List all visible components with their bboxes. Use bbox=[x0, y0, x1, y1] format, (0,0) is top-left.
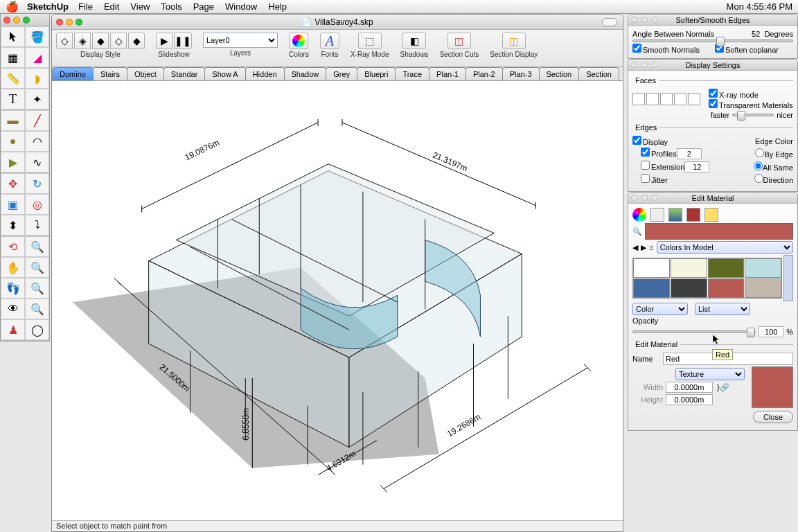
minimize-icon[interactable] bbox=[13, 17, 20, 24]
zoom-icon[interactable] bbox=[76, 19, 82, 26]
position-camera-tool[interactable]: ♟ bbox=[1, 319, 25, 340]
current-color-swatch[interactable] bbox=[645, 223, 793, 240]
followme-tool[interactable]: ⤵ bbox=[25, 215, 49, 236]
look-tool[interactable]: 👁 bbox=[1, 299, 25, 319]
angle-slider[interactable] bbox=[632, 39, 793, 42]
swatch[interactable] bbox=[745, 258, 781, 278]
menu-edit[interactable]: Edit bbox=[104, 1, 119, 12]
swatch[interactable] bbox=[671, 258, 707, 278]
eraser-tool[interactable]: ◢ bbox=[25, 47, 49, 68]
tab-trace[interactable]: Trace bbox=[395, 67, 429, 80]
zoom-icon[interactable] bbox=[652, 195, 658, 201]
axes-tool[interactable]: ✦ bbox=[25, 89, 49, 109]
tab-hidden[interactable]: Hidden bbox=[245, 67, 285, 80]
swatch[interactable] bbox=[633, 278, 670, 298]
polygon-tool[interactable]: ▶ bbox=[1, 152, 25, 172]
opacity-input[interactable] bbox=[759, 326, 783, 337]
opacity-slider[interactable] bbox=[632, 330, 756, 333]
app-name[interactable]: SketchUp bbox=[27, 1, 69, 12]
mat-lib-icon[interactable] bbox=[650, 208, 664, 222]
menu-tools[interactable]: Tools bbox=[161, 1, 181, 12]
zoom-icon[interactable] bbox=[652, 17, 658, 23]
close-button[interactable]: Close bbox=[753, 411, 793, 423]
component-tool[interactable]: ▦ bbox=[1, 47, 25, 68]
tab-section2[interactable]: Section bbox=[578, 67, 619, 80]
tab-blueprint[interactable]: Bluepri bbox=[357, 67, 396, 80]
texture-select[interactable]: Texture bbox=[675, 368, 745, 380]
menu-page[interactable]: Page bbox=[193, 1, 214, 12]
tab-standard[interactable]: Standar bbox=[163, 67, 206, 80]
zoom-icon[interactable] bbox=[652, 62, 658, 68]
freehand-tool[interactable]: ∿ bbox=[25, 152, 49, 172]
face-style-3[interactable] bbox=[660, 93, 673, 105]
colorwheel-icon[interactable] bbox=[632, 208, 646, 222]
byedge-radio[interactable]: By Edge bbox=[755, 148, 793, 159]
rotate-tool[interactable]: ↻ bbox=[25, 173, 49, 194]
transp-check[interactable]: Transparent Materials bbox=[709, 101, 793, 109]
zoom-window-tool[interactable]: 🔍 bbox=[25, 257, 49, 278]
section-cuts-button[interactable]: ◫ bbox=[447, 33, 471, 49]
color-mode-select[interactable]: Color bbox=[632, 303, 688, 315]
minimize-icon[interactable] bbox=[641, 195, 648, 201]
walk-tool[interactable]: 👣 bbox=[1, 278, 25, 299]
offset-tool[interactable]: ◎ bbox=[25, 194, 49, 215]
menu-view[interactable]: View bbox=[130, 1, 150, 12]
orbit-tool[interactable]: ⟲ bbox=[1, 236, 25, 257]
minimize-icon[interactable] bbox=[66, 19, 73, 26]
tab-show-a[interactable]: Show A bbox=[204, 67, 245, 80]
zoom-tool[interactable]: 🔍 bbox=[25, 236, 49, 257]
list-mode-select[interactable]: List bbox=[695, 303, 750, 315]
mat-brick-icon[interactable] bbox=[686, 208, 700, 222]
close-icon[interactable] bbox=[631, 62, 637, 68]
arc-tool[interactable]: ◠ bbox=[25, 131, 49, 152]
colors-button[interactable] bbox=[289, 33, 308, 49]
xray-button[interactable]: ⬚ bbox=[358, 33, 382, 49]
tab-section1[interactable]: Section bbox=[539, 67, 580, 80]
style-shaded-button[interactable]: ◆ bbox=[92, 33, 109, 49]
tab-domino[interactable]: Domino bbox=[52, 67, 94, 80]
nav-back-icon[interactable]: ◀ bbox=[632, 243, 638, 252]
play-button[interactable]: ▶ bbox=[156, 33, 172, 49]
tab-shadow[interactable]: Shadow bbox=[284, 67, 327, 80]
layer-select[interactable]: Layer0 bbox=[203, 33, 278, 48]
close-icon[interactable] bbox=[631, 17, 637, 23]
allsame-radio[interactable]: All Same bbox=[754, 161, 793, 172]
style-wire-button[interactable]: ◇ bbox=[56, 33, 73, 49]
extension-check[interactable]: Extension bbox=[641, 163, 684, 171]
move-tool[interactable]: ✥ bbox=[1, 173, 25, 194]
line-tool[interactable]: ╱ bbox=[25, 110, 49, 131]
face-style-1[interactable] bbox=[632, 93, 645, 105]
swatch[interactable] bbox=[708, 258, 745, 278]
face-style-2[interactable] bbox=[646, 93, 659, 105]
paint-tool[interactable]: 🪣 bbox=[25, 26, 49, 47]
swatch-red[interactable] bbox=[708, 278, 745, 298]
display-check[interactable]: Display bbox=[632, 136, 668, 146]
tab-object[interactable]: Object bbox=[127, 67, 164, 80]
minimize-icon[interactable] bbox=[641, 62, 648, 68]
tab-plan3[interactable]: Plan-3 bbox=[502, 67, 540, 80]
close-icon[interactable] bbox=[56, 19, 63, 26]
tab-grey[interactable]: Grey bbox=[326, 67, 357, 80]
profiles-input[interactable] bbox=[677, 148, 702, 159]
menu-window[interactable]: Window bbox=[225, 1, 257, 12]
quality-slider[interactable] bbox=[732, 114, 774, 116]
jitter-check[interactable]: Jitter bbox=[641, 174, 668, 184]
fonts-button[interactable]: A bbox=[320, 33, 339, 49]
tab-plan2[interactable]: Plan-2 bbox=[466, 67, 503, 80]
style-mono-button[interactable]: ◆ bbox=[128, 33, 145, 49]
pause-button[interactable]: ❚❚ bbox=[174, 33, 192, 49]
mat-new-icon[interactable] bbox=[704, 208, 718, 222]
mat-img-icon[interactable] bbox=[668, 208, 682, 222]
collection-select[interactable]: Colors In Model bbox=[657, 241, 793, 254]
swatch[interactable] bbox=[671, 278, 707, 298]
select-tool[interactable] bbox=[1, 26, 25, 47]
home-icon[interactable]: ⌂ bbox=[649, 243, 654, 251]
pan-tool[interactable]: ✋ bbox=[1, 257, 25, 278]
zoom-extents-tool[interactable]: 🔍 bbox=[25, 278, 49, 299]
face-style-5[interactable] bbox=[688, 93, 700, 105]
circle-tool[interactable]: ● bbox=[1, 131, 25, 152]
pushpull-tool[interactable]: ⬍ bbox=[1, 215, 25, 236]
previous-tool[interactable]: 🔍 bbox=[25, 299, 49, 319]
menu-file[interactable]: File bbox=[78, 1, 93, 12]
swatch[interactable] bbox=[745, 278, 781, 298]
